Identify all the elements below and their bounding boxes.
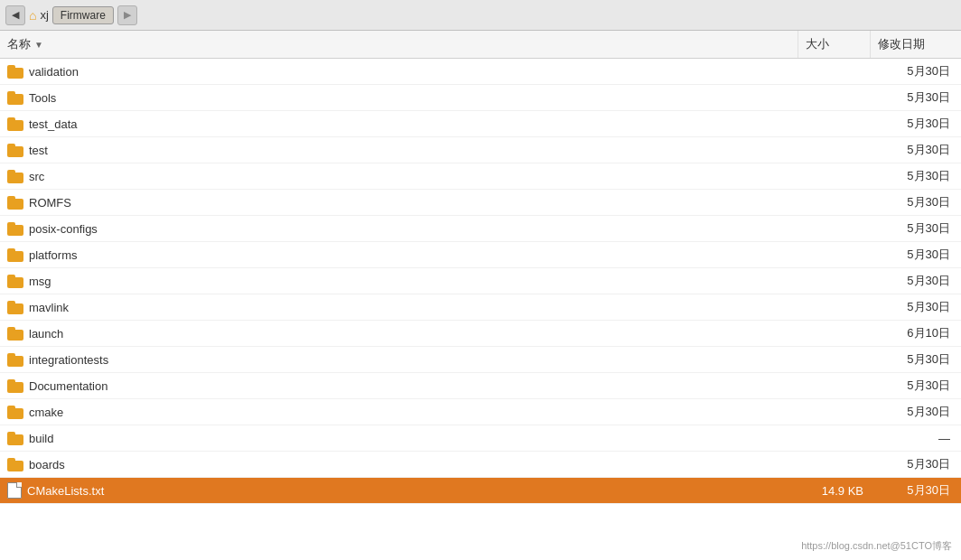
folder-icon	[7, 222, 23, 236]
file-row[interactable]: boards5月30日	[0, 452, 961, 478]
file-name-cell: posix-configs	[0, 216, 798, 241]
file-row[interactable]: test5月30日	[0, 137, 961, 163]
file-row[interactable]: build—	[0, 425, 961, 452]
file-date-cell: 5月30日	[871, 111, 961, 136]
file-name-text: build	[29, 432, 53, 445]
breadcrumb-home-label[interactable]: xj	[40, 8, 48, 22]
file-date-cell: 6月10日	[871, 321, 961, 346]
file-row[interactable]: validation5月30日	[0, 59, 961, 85]
name-column-header[interactable]: 名称 ▼	[0, 31, 798, 58]
file-size-cell	[798, 137, 871, 163]
file-name-cell: integrationtests	[0, 347, 798, 372]
file-date-cell: 5月30日	[871, 478, 961, 503]
file-name-cell: cmake	[0, 399, 798, 425]
date-column-header[interactable]: 修改日期	[871, 31, 961, 58]
file-name-text: src	[29, 170, 44, 183]
file-list: validation5月30日Tools5月30日test_data5月30日t…	[0, 59, 961, 504]
file-name-text: posix-configs	[29, 222, 98, 236]
file-name-text: validation	[29, 65, 79, 79]
file-date-cell: 5月30日	[871, 242, 961, 267]
file-date-cell: 5月30日	[871, 216, 961, 241]
file-manager: 名称 ▼ 大小 修改日期 validation5月30日Tools5月30日te…	[0, 31, 961, 560]
file-row[interactable]: platforms5月30日	[0, 242, 961, 268]
file-name-text: integrationtests	[29, 353, 108, 367]
file-row[interactable]: src5月30日	[0, 163, 961, 190]
file-row[interactable]: msg5月30日	[0, 268, 961, 294]
folder-icon	[7, 379, 23, 393]
file-size-cell	[798, 190, 871, 215]
file-date-cell: 5月30日	[871, 137, 961, 163]
file-name-cell: build	[0, 425, 798, 451]
file-name-text: CMakeLists.txt	[27, 484, 104, 498]
file-date-cell: —	[871, 425, 961, 451]
file-size-cell	[798, 347, 871, 372]
file-name-cell: msg	[0, 268, 798, 294]
folder-icon	[7, 91, 23, 105]
forward-button[interactable]: ▶	[117, 5, 137, 25]
breadcrumb: ⌂ xj Firmware	[29, 6, 114, 24]
file-date-cell: 5月30日	[871, 452, 961, 477]
file-name-text: Documentation	[29, 379, 107, 393]
file-name-cell: test_data	[0, 111, 798, 136]
folder-icon	[7, 170, 23, 183]
file-size-cell: 14.9 KB	[798, 478, 871, 503]
folder-icon	[7, 406, 23, 419]
file-row[interactable]: Documentation5月30日	[0, 373, 961, 399]
column-header: 名称 ▼ 大小 修改日期	[0, 31, 961, 59]
file-size-cell	[798, 294, 871, 320]
file-name-text: msg	[29, 275, 51, 288]
folder-icon	[7, 196, 23, 210]
home-icon: ⌂	[29, 8, 36, 23]
file-date-cell: 5月30日	[871, 373, 961, 398]
file-row[interactable]: test_data5月30日	[0, 111, 961, 137]
file-size-cell	[798, 111, 871, 136]
file-date-cell: 5月30日	[871, 59, 961, 84]
file-name-cell: Documentation	[0, 373, 798, 398]
file-icon	[7, 482, 22, 499]
file-date-cell: 5月30日	[871, 85, 961, 110]
file-row[interactable]: Tools5月30日	[0, 85, 961, 111]
file-size-cell	[798, 321, 871, 346]
file-size-cell	[798, 216, 871, 241]
file-row[interactable]: CMakeLists.txt14.9 KB5月30日	[0, 478, 961, 504]
file-size-cell	[798, 399, 871, 425]
file-row[interactable]: cmake5月30日	[0, 399, 961, 425]
file-date-cell: 5月30日	[871, 294, 961, 320]
file-row[interactable]: mavlink5月30日	[0, 294, 961, 321]
file-size-cell	[798, 59, 871, 84]
file-name-cell: CMakeLists.txt	[0, 478, 798, 503]
file-date-cell: 5月30日	[871, 399, 961, 425]
file-row[interactable]: posix-configs5月30日	[0, 216, 961, 242]
file-row[interactable]: integrationtests5月30日	[0, 347, 961, 373]
file-name-text: test_data	[29, 117, 78, 131]
file-row[interactable]: ROMFS5月30日	[0, 190, 961, 216]
file-size-cell	[798, 452, 871, 477]
folder-icon	[7, 275, 23, 288]
folder-icon	[7, 65, 23, 79]
breadcrumb-home: ⌂ xj	[29, 8, 49, 23]
file-name-cell: Tools	[0, 85, 798, 110]
file-name-text: mavlink	[29, 301, 69, 314]
file-name-text: platforms	[29, 248, 77, 262]
file-name-cell: validation	[0, 59, 798, 84]
file-size-cell	[798, 373, 871, 398]
file-row[interactable]: launch6月10日	[0, 321, 961, 347]
size-column-header[interactable]: 大小	[798, 31, 871, 58]
file-name-cell: test	[0, 137, 798, 163]
folder-icon	[7, 327, 23, 341]
folder-icon	[7, 432, 23, 445]
file-name-cell: platforms	[0, 242, 798, 267]
folder-icon	[7, 458, 23, 471]
breadcrumb-folder-button[interactable]: Firmware	[52, 6, 114, 24]
file-name-text: test	[29, 144, 48, 157]
file-date-cell: 5月30日	[871, 163, 961, 189]
file-size-cell	[798, 425, 871, 451]
folder-icon	[7, 301, 23, 314]
back-button[interactable]: ◀	[5, 5, 25, 25]
folder-icon	[7, 353, 23, 367]
file-name-text: ROMFS	[29, 196, 71, 210]
file-name-cell: src	[0, 163, 798, 189]
folder-icon	[7, 248, 23, 262]
file-name-text: boards	[29, 458, 65, 471]
folder-icon	[7, 117, 23, 131]
